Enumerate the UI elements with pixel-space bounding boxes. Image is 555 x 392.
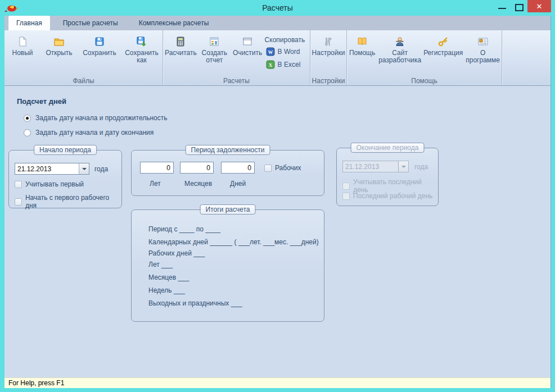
settings-button[interactable]: Настройки (310, 34, 346, 58)
end-year-suffix: года (414, 163, 428, 171)
result-line-weekends: Выходных и праздничных ___ (148, 300, 319, 307)
calculate-button[interactable]: Расчитать (163, 34, 198, 58)
calculator-icon (174, 35, 187, 48)
group-label-files: Файлы (4, 77, 163, 85)
copy-to-excel-button[interactable]: X В Excel (265, 60, 310, 70)
help-button[interactable]: Помощь (347, 34, 377, 58)
title-bar: Расчеты ✕ (0, 0, 555, 16)
app-window: Расчеты ✕ Главная Простые расчеты Компле… (0, 0, 555, 392)
radio-option-end-date-label: Задать дату начала и дату окончания (35, 129, 154, 136)
copy-label: Скопировать (265, 36, 310, 44)
ribbon-group-help: Помощь Сайт разработчика Регистрация (347, 30, 502, 85)
copy-section: Скопировать W В Word X В Excel (265, 34, 310, 70)
window-controls: ✕ (494, 0, 551, 13)
tab-complex-calcs[interactable]: Комплексные расчеты (131, 16, 217, 30)
svg-text:W: W (268, 49, 273, 55)
start-date-dropdown-button[interactable] (79, 163, 89, 174)
years-field[interactable] (140, 162, 174, 174)
about-button[interactable]: О программе (464, 34, 502, 65)
start-year-suffix: года (94, 165, 108, 173)
tab-simple-calcs[interactable]: Простые расчеты (55, 16, 126, 30)
group-label-calculations: Расчеты (163, 77, 310, 85)
status-text: For Help, press F1 (8, 379, 64, 387)
count-last-day-checkbox: Учитывать последний день (342, 178, 438, 194)
checkbox-icon (15, 181, 22, 188)
tools-icon (322, 35, 335, 48)
radio-selected-icon (24, 115, 31, 122)
word-icon: W (266, 47, 275, 56)
end-date-dropdown-button (398, 161, 408, 172)
end-date-combobox (342, 161, 409, 172)
end-period-groupbox: Окончание периода года Учитывать последн… (336, 148, 439, 206)
new-document-icon (16, 35, 29, 48)
chevron-down-icon (401, 166, 406, 168)
save-as-button[interactable]: Сохранить как (121, 34, 162, 65)
radio-unselected-icon (24, 129, 31, 136)
results-lines: Период с ____ по ____ Календарных дней _… (148, 226, 319, 307)
minimize-icon (498, 8, 506, 9)
minimize-button[interactable] (494, 0, 511, 13)
main-content: Подсчет дней Задать дату начала и продол… (4, 85, 551, 378)
result-line-calendar-days: Календарных дней ______ ( ___лет. ___мес… (148, 239, 319, 246)
end-period-title: Окончание периода (351, 143, 425, 153)
group-label-settings: Настройки (310, 77, 346, 85)
workdays-label: Рабочих (275, 164, 301, 172)
open-button[interactable]: Открыть (40, 34, 78, 58)
window-title: Расчеты (0, 0, 555, 16)
workdays-checkbox[interactable]: Рабочих (264, 164, 301, 172)
days-field[interactable] (221, 162, 255, 174)
client-area: Главная Простые расчеты Комплексные расч… (4, 16, 551, 388)
report-icon (208, 35, 220, 48)
save-icon (93, 35, 106, 48)
save-button[interactable]: Сохранить (78, 34, 121, 58)
start-period-title: Начало периода (34, 145, 97, 155)
info-card-icon (477, 35, 489, 48)
result-line-weeks: Недель ___ (148, 287, 319, 294)
months-input[interactable] (181, 163, 213, 174)
copy-to-word-label: В Word (278, 48, 300, 56)
chevron-down-icon (82, 168, 87, 170)
last-workday-label: Последний рабочий день (353, 192, 432, 200)
open-folder-icon (53, 35, 65, 48)
ribbon-empty-area (502, 30, 551, 85)
start-date-combobox[interactable] (15, 163, 89, 175)
start-first-workday-checkbox[interactable]: Начать с первого рабочего дня (15, 194, 121, 209)
close-icon: ✕ (536, 2, 543, 11)
radio-option-end-date[interactable]: Задать дату начала и дату окончания (24, 129, 154, 136)
debt-period-groupbox: Период задолженности Рабочих Лет Месяцев… (131, 150, 324, 196)
start-period-groupbox: Начало периода года Учитывать первый Нач… (8, 150, 122, 208)
months-field[interactable] (180, 162, 214, 174)
clear-button[interactable]: Очистить (231, 34, 265, 58)
registration-button[interactable]: Регистрация (422, 34, 464, 58)
key-icon (437, 35, 449, 48)
days-input[interactable] (222, 163, 254, 174)
ribbon-group-files: Новый Открыть Сохранить (4, 30, 163, 85)
save-as-icon (136, 35, 148, 48)
start-date-input[interactable] (15, 163, 79, 174)
last-workday-checkbox: Последний рабочий день (342, 192, 432, 200)
create-report-button[interactable]: Создать отчет (198, 34, 231, 65)
developer-site-button[interactable]: Сайт разработчика (377, 34, 422, 65)
maximize-icon (515, 4, 524, 11)
radio-option-duration-label: Задать дату начала и продолжительность (35, 114, 167, 122)
result-line-period: Период с ____ по ____ (148, 226, 319, 233)
checkbox-icon (342, 193, 350, 200)
copy-to-word-button[interactable]: W В Word (265, 47, 310, 57)
maximize-button[interactable] (511, 0, 527, 13)
result-line-years: Лет ___ (148, 261, 319, 268)
group-label-help: Помощь (347, 77, 502, 85)
years-label: Лет (150, 180, 161, 188)
count-first-checkbox[interactable]: Учитывать первый (15, 180, 84, 188)
close-button[interactable]: ✕ (527, 0, 551, 12)
excel-icon: X (266, 60, 275, 69)
end-date-input (343, 161, 398, 172)
ribbon-group-calculations: Расчитать Создать отчет Очистить (163, 30, 310, 85)
clear-window-icon (241, 35, 254, 48)
svg-text:X: X (269, 62, 273, 68)
ribbon-group-settings: Настройки Настройки (310, 30, 347, 85)
years-input[interactable] (141, 163, 173, 174)
new-button[interactable]: Новый (5, 34, 40, 58)
tab-main[interactable]: Главная (8, 16, 50, 30)
radio-option-duration[interactable]: Задать дату начала и продолжительность (24, 114, 167, 122)
ribbon-tabs: Главная Простые расчеты Комплексные расч… (4, 16, 551, 30)
